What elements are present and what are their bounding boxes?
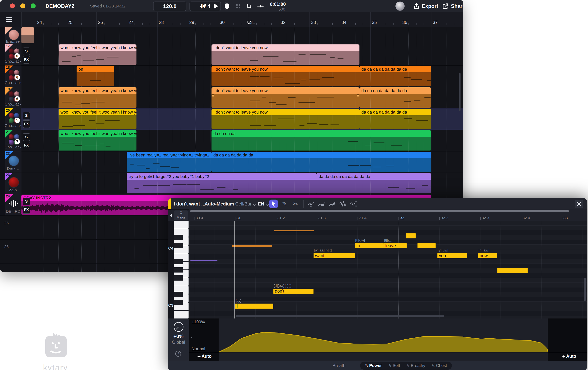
pitch-pen-tool-button[interactable] bbox=[328, 200, 336, 208]
vibrato-tool-button[interactable] bbox=[339, 200, 347, 208]
metronome-dots-icon[interactable] bbox=[235, 3, 242, 10]
clip[interactable]: I don't want to leave you now bbox=[211, 87, 359, 108]
follow-playhead-icon[interactable] bbox=[257, 3, 264, 10]
note[interactable]: now bbox=[478, 253, 497, 258]
user-avatar[interactable] bbox=[395, 1, 405, 11]
solo-button[interactable]: S bbox=[22, 47, 30, 55]
piano-black-key[interactable] bbox=[174, 275, 183, 281]
clip[interactable]: da da da da da da da da bbox=[359, 66, 431, 86]
piano-black-key[interactable] bbox=[174, 243, 183, 248]
piano-black-key[interactable] bbox=[174, 300, 183, 305]
pitch-draw-tool-button[interactable] bbox=[307, 200, 315, 208]
editor-v-scrollbar[interactable] bbox=[584, 278, 586, 301]
note[interactable]: - bbox=[406, 233, 416, 239]
clip[interactable]: woo i know you feel it woo yeah i know y… bbox=[59, 44, 136, 65]
editor-h-scrollbar[interactable] bbox=[236, 316, 444, 317]
automation-curve[interactable] bbox=[189, 318, 587, 361]
note[interactable]: to bbox=[355, 243, 384, 248]
piano-white-key[interactable] bbox=[174, 311, 189, 318]
piano-black-key[interactable] bbox=[174, 259, 183, 264]
record-button[interactable] bbox=[224, 3, 231, 10]
fx-button[interactable]: FX bbox=[22, 120, 30, 128]
clip[interactable]: I don't want to leave you now bbox=[211, 66, 359, 86]
clip[interactable]: woo i know you feel it woo yeah i know y… bbox=[59, 109, 136, 129]
note[interactable]: - bbox=[497, 268, 528, 273]
fx-button[interactable]: FX bbox=[22, 206, 30, 214]
style-option-power[interactable]: ✎Power bbox=[365, 363, 382, 368]
track-header[interactable]: 205Cho...ack bbox=[0, 109, 21, 130]
clip-handle-left[interactable] bbox=[212, 94, 214, 97]
clip[interactable]: woo i know you feel it woo yeah i know y… bbox=[59, 130, 136, 151]
global-knob[interactable] bbox=[173, 322, 184, 332]
clip[interactable]: da da da da da da da da bbox=[359, 109, 431, 129]
export-button[interactable]: Export bbox=[422, 0, 438, 12]
close-window-button[interactable] bbox=[10, 3, 15, 8]
menu-icon[interactable] bbox=[5, 16, 13, 23]
close-editor-button[interactable] bbox=[575, 200, 583, 208]
note[interactable]: - bbox=[418, 243, 436, 248]
clip[interactable]: I don't want to leave you now bbox=[211, 44, 359, 65]
note[interactable]: leave bbox=[384, 243, 407, 248]
auto-button[interactable]: Auto bbox=[197, 354, 211, 359]
track-header[interactable]: 23Zalo bbox=[0, 173, 21, 194]
track-header[interactable]: 176Cho...ack bbox=[0, 44, 21, 65]
style-option-chest[interactable]: ✎Chest bbox=[432, 363, 447, 368]
clip-handle-right[interactable] bbox=[357, 94, 359, 97]
track-header[interactable]: 24DE...R2 bbox=[0, 194, 21, 216]
track-header[interactable]: 22Drex L bbox=[0, 151, 21, 173]
clip[interactable] bbox=[21, 27, 34, 44]
preview-speaker-icon[interactable] bbox=[169, 213, 173, 217]
fx-button[interactable]: FX bbox=[22, 142, 30, 149]
share-button[interactable]: Share bbox=[451, 0, 463, 12]
clip[interactable]: da da da da da da da bbox=[211, 152, 431, 172]
language-selector[interactable]: EN bbox=[258, 198, 269, 209]
piano-black-key[interactable] bbox=[174, 267, 183, 272]
note[interactable]: I bbox=[235, 304, 273, 309]
timeline-ruler[interactable]: 242526272829303132333435363738 bbox=[0, 12, 463, 27]
vertical-scrollbar[interactable] bbox=[459, 73, 461, 111]
clip[interactable]: try to forget#1 forget#2 you baby#1 baby… bbox=[127, 173, 317, 194]
editor-overview-scrollbar[interactable] bbox=[190, 210, 569, 212]
play-button[interactable] bbox=[212, 3, 219, 10]
piano-black-key[interactable] bbox=[174, 292, 183, 297]
clip[interactable]: da da da da bbox=[211, 130, 431, 151]
pencil-tool-button[interactable]: ✎ bbox=[280, 200, 288, 208]
skip-to-start-icon[interactable] bbox=[200, 3, 207, 10]
loop-icon[interactable] bbox=[245, 3, 252, 10]
fx-button[interactable]: FX bbox=[22, 56, 30, 64]
clip[interactable]: da da da da da da da da bbox=[359, 87, 431, 108]
export-icon[interactable] bbox=[413, 3, 420, 10]
zoom-window-button[interactable] bbox=[31, 3, 36, 8]
playhead-marker[interactable] bbox=[246, 21, 251, 24]
pointer-tool-button[interactable] bbox=[269, 200, 278, 208]
help-icon[interactable]: ? bbox=[175, 350, 182, 357]
clip[interactable]: I don't want to leave you now bbox=[211, 109, 359, 129]
piano-black-key[interactable] bbox=[174, 235, 183, 240]
pitch-erase-tool-button[interactable] bbox=[317, 200, 326, 208]
solo-button[interactable]: S bbox=[22, 112, 30, 120]
clip[interactable]: oh bbox=[77, 66, 114, 86]
style-option-soft[interactable]: ✎Soft bbox=[388, 363, 400, 368]
track-avatar[interactable] bbox=[8, 30, 19, 40]
minimize-window-button[interactable] bbox=[20, 3, 25, 8]
share-icon[interactable] bbox=[442, 3, 449, 10]
note[interactable]: want bbox=[314, 253, 355, 258]
vibrato-adjust-tool-button[interactable] bbox=[350, 200, 358, 208]
key-scale-box[interactable]: CMajor bbox=[174, 210, 188, 220]
track-header[interactable]: 186Cho...ack bbox=[0, 65, 21, 87]
note[interactable]: don't bbox=[273, 289, 314, 294]
piano-white-key[interactable] bbox=[174, 221, 189, 229]
track-avatar[interactable] bbox=[8, 177, 19, 188]
solo-button[interactable]: S bbox=[22, 133, 30, 141]
note[interactable]: you bbox=[437, 253, 467, 258]
note-grid[interactable]: [ay]I[d][ow][n][t]don't[w][aa][n][t]want… bbox=[189, 221, 587, 318]
track-header[interactable]: 217Cho...ack bbox=[0, 130, 21, 151]
track-header[interactable]: 196Cho...ack bbox=[0, 87, 21, 109]
track-avatar[interactable] bbox=[8, 155, 19, 166]
scissors-tool-button[interactable]: ✂ bbox=[292, 200, 300, 208]
clip[interactable]: da da da da da da da da da bbox=[317, 173, 431, 194]
tempo-field[interactable]: 120.0 bbox=[153, 1, 186, 11]
solo-button[interactable]: S bbox=[22, 198, 30, 205]
auto-button[interactable]: Auto bbox=[562, 354, 576, 359]
style-option-breathy[interactable]: ✎Breathy bbox=[407, 363, 425, 368]
